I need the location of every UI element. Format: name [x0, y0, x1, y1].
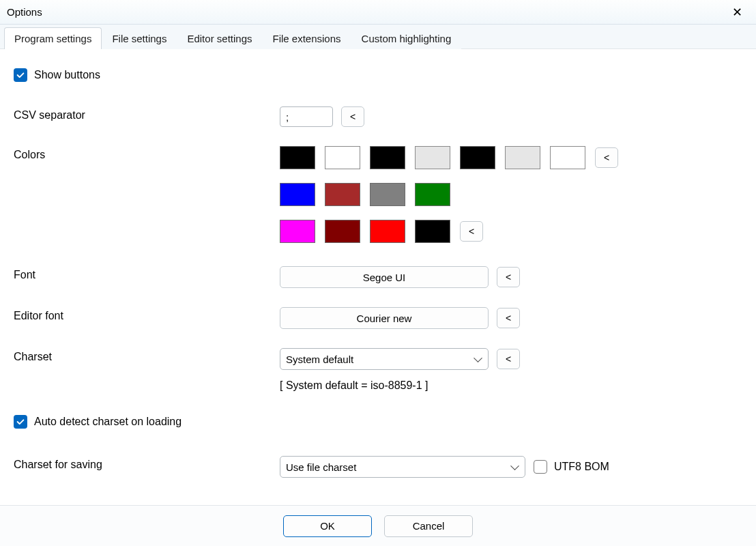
editor-font-picker-button[interactable]: Courier new [280, 307, 489, 329]
colors-row: Colors < [14, 146, 742, 243]
utf8-bom-label: UTF8 BOM [554, 461, 609, 473]
csv-separator-reset-button[interactable]: < [341, 106, 364, 127]
cancel-button[interactable]: Cancel [384, 515, 473, 537]
utf8-bom-checkbox[interactable] [534, 460, 547, 474]
auto-detect-row: Auto detect charset on loading [14, 415, 742, 429]
color-swatch[interactable] [415, 146, 450, 169]
color-swatch[interactable] [370, 146, 405, 169]
editor-font-reset-button[interactable]: < [497, 308, 520, 328]
color-row-1: < [280, 146, 618, 169]
colors-label: Colors [14, 146, 280, 161]
editor-font-label: Editor font [14, 307, 280, 322]
color-swatch[interactable] [415, 220, 450, 243]
color-swatch[interactable] [415, 183, 450, 206]
color-swatch[interactable] [370, 220, 405, 243]
show-buttons-row: Show buttons [14, 68, 742, 82]
window-title: Options [7, 6, 42, 18]
colors-reset-button-1[interactable]: < [595, 147, 618, 168]
color-swatch[interactable] [505, 146, 540, 169]
show-buttons-checkbox[interactable] [14, 68, 27, 82]
tab-file-extensions[interactable]: File extensions [262, 27, 351, 49]
color-swatch[interactable] [550, 146, 585, 169]
charset-reset-button[interactable]: < [497, 349, 520, 369]
color-swatch[interactable] [280, 146, 315, 169]
color-swatch[interactable] [460, 146, 495, 169]
checkmark-icon [16, 70, 25, 80]
colors-reset-button-3[interactable]: < [460, 221, 483, 242]
charset-label: Charset [14, 348, 280, 363]
tab-file-settings[interactable]: File settings [102, 27, 177, 49]
editor-font-row: Editor font Courier new < [14, 307, 742, 329]
csv-separator-label: CSV separator [14, 106, 280, 121]
color-swatch[interactable] [325, 146, 360, 169]
charset-saving-row: Charset for saving Use file charset UTF8… [14, 456, 742, 478]
color-swatch[interactable] [325, 220, 360, 243]
csv-separator-row: CSV separator < [14, 106, 742, 127]
content-area: Show buttons CSV separator < Colors < [0, 49, 756, 505]
charset-row: Charset System default < [14, 348, 742, 370]
charset-saving-label: Charset for saving [14, 456, 280, 471]
color-swatch[interactable] [280, 183, 315, 206]
color-row-2 [280, 183, 450, 206]
color-swatch[interactable] [280, 220, 315, 243]
footer: OK Cancel [0, 505, 756, 546]
auto-detect-label: Auto detect charset on loading [34, 416, 181, 428]
charset-info-row: [ System default = iso-8859-1 ] [14, 379, 742, 392]
tab-custom-highlighting[interactable]: Custom highlighting [351, 27, 462, 49]
csv-separator-input[interactable] [280, 106, 333, 127]
titlebar: Options ✕ [0, 0, 756, 25]
font-row: Font Segoe UI < [14, 266, 742, 288]
charset-select[interactable]: System default [280, 348, 489, 370]
font-picker-button[interactable]: Segoe UI [280, 266, 489, 288]
checkmark-icon [16, 417, 25, 427]
auto-detect-checkbox[interactable] [14, 415, 27, 429]
color-swatch[interactable] [325, 183, 360, 206]
close-icon: ✕ [732, 6, 742, 18]
color-swatch[interactable] [370, 183, 405, 206]
show-buttons-label: Show buttons [34, 69, 100, 81]
close-button[interactable]: ✕ [723, 3, 751, 22]
font-label: Font [14, 266, 280, 281]
tab-bar: Program settings File settings Editor se… [0, 25, 756, 49]
font-reset-button[interactable]: < [497, 267, 520, 287]
color-row-3: < [280, 220, 483, 243]
charset-saving-select[interactable]: Use file charset [280, 456, 525, 478]
tab-editor-settings[interactable]: Editor settings [177, 27, 262, 49]
charset-info-text: [ System default = iso-8859-1 ] [280, 379, 428, 392]
tab-program-settings[interactable]: Program settings [4, 27, 102, 49]
ok-button[interactable]: OK [283, 515, 372, 537]
